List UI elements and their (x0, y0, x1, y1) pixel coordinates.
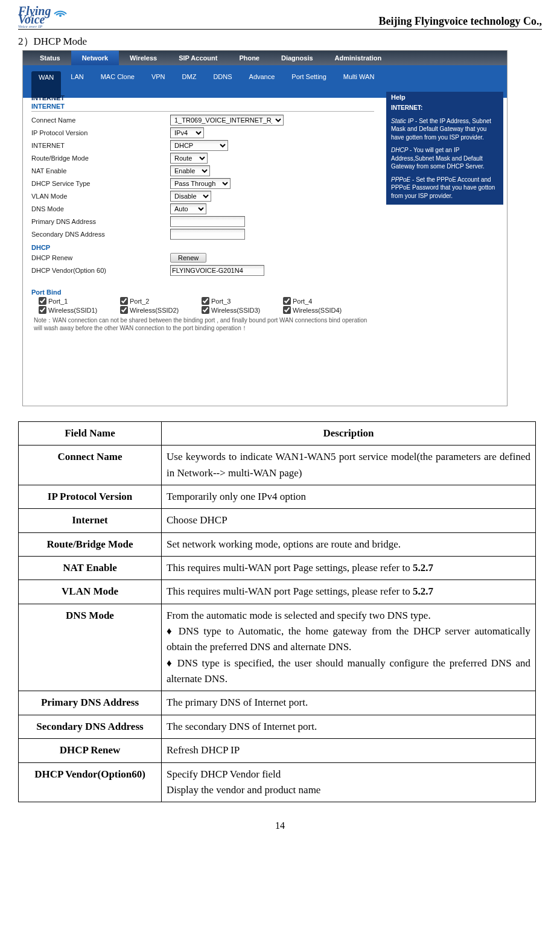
th-field-name: Field Name (19, 422, 162, 445)
port-bind-section-label: Port Bind (31, 289, 374, 296)
table-row: Connect NameUse keywords to indicate WAN… (19, 445, 536, 485)
port1-checkbox[interactable] (39, 297, 46, 305)
description-cell: The primary DNS of Internet port. (162, 691, 536, 715)
field-name-cell: Secondary DNS Address (19, 715, 162, 738)
description-cell: From the automatic mode is selected and … (162, 604, 536, 691)
help-heading: INTERNET: (391, 104, 498, 112)
tab-sip-account[interactable]: SIP Account (168, 51, 228, 65)
table-row: DHCP RenewRefresh DHCP IP (19, 739, 536, 762)
port3-checkbox[interactable] (202, 297, 209, 305)
dns-mode-select[interactable]: Auto (170, 203, 206, 214)
field-name-cell: DNS Mode (19, 604, 162, 691)
port3-label: Port_3 (211, 298, 231, 305)
table-row: NAT EnableThis requires multi-WAN port P… (19, 557, 536, 580)
port-bind-note: Note：WAN connection can not be shared be… (34, 316, 374, 332)
primary-tabs: Status Network Wireless SIP Account Phon… (23, 51, 507, 65)
ssid3-label: Wireless(SSID3) (211, 307, 260, 314)
description-cell: This requires multi-WAN port Page settin… (162, 580, 536, 604)
port2-label: Port_2 (130, 298, 149, 305)
wifi-icon (54, 6, 67, 17)
internet-label: INTERNET (31, 142, 170, 149)
field-name-cell: Internet (19, 509, 162, 532)
description-cell: Refresh DHCP IP (162, 739, 536, 762)
help-title: Help (386, 92, 503, 103)
description-cell: Choose DHCP (162, 509, 536, 532)
primary-dns-input[interactable] (170, 216, 245, 227)
connect-name-select[interactable]: 1_TR069_VOICE_INTERNET_R_VID_ (170, 115, 284, 126)
ssid2-checkbox[interactable] (120, 306, 128, 314)
field-name-cell: Primary DNS Address (19, 691, 162, 715)
dhcp-section-label: DHCP (31, 244, 374, 251)
nat-enable-label: NAT Enable (31, 167, 170, 174)
page-number: 14 (18, 820, 542, 831)
ssid1-label: Wireless(SSID1) (48, 307, 97, 314)
dns-mode-label: DNS Mode (31, 205, 170, 212)
secondary-dns-label: Secondary DNS Address (31, 231, 170, 238)
description-cell: Temporarily only one IPv4 option (162, 485, 536, 509)
ssid2-label: Wireless(SSID2) (130, 307, 179, 314)
logo-subtitle: Voice over IP (18, 24, 42, 29)
router-config-screenshot: Status Network Wireless SIP Account Phon… (23, 51, 507, 406)
tab-phone[interactable]: Phone (228, 51, 270, 65)
description-cell: Use keywords to indicate WAN1-WAN5 port … (162, 445, 536, 485)
th-description: Description (162, 422, 536, 445)
table-row: DHCP Vendor(Option60)Specify DHCP Vendor… (19, 762, 536, 802)
dhcp-vendor-input[interactable] (170, 265, 264, 276)
port2-checkbox[interactable] (120, 297, 128, 305)
field-name-cell: DHCP Vendor(Option60) (19, 762, 162, 802)
ip-protocol-version-label: IP Protocol Version (31, 129, 170, 136)
dhcp-service-type-label: DHCP Service Type (31, 180, 170, 187)
internet-select[interactable]: DHCP (170, 140, 228, 151)
table-row: VLAN ModeThis requires multi-WAN port Pa… (19, 580, 536, 604)
route-bridge-select[interactable]: Route (170, 153, 208, 164)
field-name-cell: DHCP Renew (19, 739, 162, 762)
connect-name-label: Connect Name (31, 117, 170, 124)
ssid4-label: Wireless(SSID4) (293, 307, 342, 314)
field-name-cell: VLAN Mode (19, 580, 162, 604)
section-subheading-internet: INTERNET (31, 101, 374, 112)
description-cell: This requires multi-WAN port Page settin… (162, 557, 536, 580)
table-row: Route/Bridge ModeSet network working mod… (19, 532, 536, 556)
svg-point-0 (59, 14, 62, 17)
field-name-cell: NAT Enable (19, 557, 162, 580)
section-title: 2）DHCP Mode (18, 34, 542, 48)
ssid3-checkbox[interactable] (202, 306, 209, 314)
dhcp-service-type-select[interactable]: Pass Through (170, 178, 231, 189)
field-name-cell: Route/Bridge Mode (19, 532, 162, 556)
help-panel: Help INTERNET: Static IP - Set the IP Ad… (386, 92, 503, 205)
ip-protocol-version-select[interactable]: IPv4 (170, 127, 204, 138)
tab-status[interactable]: Status (29, 51, 71, 65)
logo-text-2: Voice (18, 14, 45, 24)
help-pppoe: PPPoE - Set the PPPoE Account and PPPoE … (391, 176, 498, 200)
vlan-mode-label: VLAN Mode (31, 193, 170, 200)
table-row: InternetChoose DHCP (19, 509, 536, 532)
ssid1-checkbox[interactable] (39, 306, 46, 314)
table-row: Secondary DNS AddressThe secondary DNS o… (19, 715, 536, 738)
renew-button[interactable]: Renew (170, 253, 206, 263)
ssid4-checkbox[interactable] (283, 306, 291, 314)
port4-checkbox[interactable] (283, 297, 291, 305)
vlan-mode-select[interactable]: Disable (170, 191, 211, 202)
dhcp-renew-label: DHCP Renew (31, 254, 170, 261)
field-description-table: Field Name Description Connect NameUse k… (18, 421, 536, 802)
tab-wireless[interactable]: Wireless (119, 51, 168, 65)
table-row: Primary DNS AddressThe primary DNS of In… (19, 691, 536, 715)
description-cell: Specify DHCP Vendor fieldDisplay the ven… (162, 762, 536, 802)
tab-diagnosis[interactable]: Diagnosis (270, 51, 324, 65)
port1-label: Port_1 (48, 298, 68, 305)
description-cell: The secondary DNS of Internet port. (162, 715, 536, 738)
help-dhcp: DHCP - You will get an IP Address,Subnet… (391, 146, 498, 171)
table-row: DNS ModeFrom the automatic mode is selec… (19, 604, 536, 691)
primary-dns-label: Primary DNS Address (31, 218, 170, 225)
secondary-dns-input[interactable] (170, 229, 245, 240)
tab-administration[interactable]: Administration (324, 51, 393, 65)
section-heading-internet: INTERNET (31, 94, 374, 101)
field-name-cell: Connect Name (19, 445, 162, 485)
port4-label: Port_4 (293, 298, 312, 305)
logo: Flying Voice Voice over IP (18, 6, 67, 29)
table-row: IP Protocol VersionTemporarily only one … (19, 485, 536, 509)
tab-network[interactable]: Network (71, 51, 119, 65)
company-name: Beijing Flyingvoice technology Co., (379, 15, 542, 29)
nat-enable-select[interactable]: Enable (170, 165, 210, 176)
page-header: Flying Voice Voice over IP Beijing Flyin… (18, 6, 542, 30)
